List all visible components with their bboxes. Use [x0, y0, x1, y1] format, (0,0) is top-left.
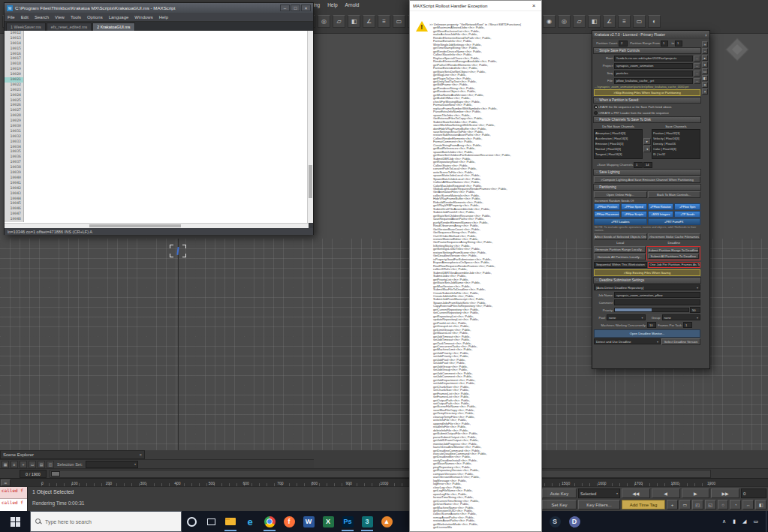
time-slider-handle[interactable]: [51, 471, 60, 476]
rollout-tool-icon[interactable]: ≡: [702, 82, 708, 88]
playback-button[interactable]: ◀◀: [622, 488, 650, 498]
close-icon[interactable]: ×: [705, 33, 707, 38]
editor-tab[interactable]: efx_reset_edited.ms: [47, 23, 92, 31]
seed-toggle-button[interactable]: +PFlow Position: [594, 203, 620, 210]
open-monitor-button[interactable]: Open Deadline Monitor...: [594, 329, 700, 338]
generate-locally-button[interactable]: Generate Partition Range Locally...: [594, 246, 646, 253]
selection-tool-icon[interactable]: ≡: [11, 461, 18, 468]
viewport-nav-button[interactable]: ↔: [742, 500, 754, 509]
dialog-title-bar[interactable]: MAXScript Rollout Handler Exception ×: [410, 1, 541, 11]
channel-item[interactable]: Velocity | Float16[3]: [653, 136, 699, 141]
taskbar-word-icon[interactable]: W: [299, 511, 318, 532]
seed-toggle-button[interactable]: +TP Seeds: [674, 211, 700, 218]
path-field[interactable]: \\smb-fs.rio.sec.edu\cyber\2019\art\proj…: [614, 56, 693, 62]
online-help-button[interactable]: Open Online Help...: [594, 191, 647, 198]
radio-leave-files[interactable]: [594, 105, 598, 109]
select-deadline-button[interactable]: Select Deadline Version: [661, 338, 700, 345]
toolbar-icon[interactable]: ◧: [588, 15, 601, 28]
channel-item[interactable]: Normal | Float16[3]: [595, 146, 641, 152]
seed-toggle-button[interactable]: +PFlow Rotation: [648, 203, 674, 210]
selection-set-dropdown[interactable]: [86, 461, 138, 468]
viewport-nav-button[interactable]: ◧: [755, 500, 766, 509]
max-menu-item[interactable]: Arnold: [342, 2, 363, 8]
loader-toggle-button[interactable]: +PRT Loaders: [594, 218, 647, 225]
start-button[interactable]: [0, 511, 30, 532]
deadline-mode-dropdown[interactable]: One Job Per Partition, Frames As Tasks: [648, 262, 701, 268]
rollout-tool-icon[interactable]: +: [702, 41, 708, 47]
channel-item[interactable]: Acceleration | Float16[3]: [595, 136, 641, 141]
auto-key-button[interactable]: Auto Key: [542, 488, 577, 498]
selected-object[interactable]: [176, 247, 179, 255]
taskbar-file-explorer-icon[interactable]: [221, 511, 240, 532]
toolbar-icon[interactable]: ◉: [543, 15, 556, 28]
minimize-button[interactable]: –: [280, 5, 290, 11]
move-left-button[interactable]: ◂: [643, 146, 651, 152]
taskbar-firefox-icon[interactable]: f: [279, 511, 299, 532]
toolbar-icon[interactable]: ∠: [363, 15, 375, 28]
viewport-nav-button[interactable]: ○: [718, 500, 729, 509]
taskbar-steam-icon[interactable]: S: [545, 511, 565, 532]
tray-icon[interactable]: ▮: [733, 518, 736, 524]
channel-item[interactable]: Density | Float16: [653, 141, 699, 146]
rollout-save-paths[interactable]: Simple Save Path Controls: [593, 47, 701, 54]
editor-tab[interactable]: 2 KrakatoaGUI.ms: [92, 23, 134, 31]
submit-to-deadline-button[interactable]: Submit All Partitions To Deadline: [648, 254, 700, 259]
selection-tool-icon[interactable]: ▭: [29, 461, 36, 468]
vertical-scrollbar[interactable]: [307, 31, 313, 223]
time-tag-button[interactable]: Add Time Tag: [622, 500, 665, 509]
toolbar-icon[interactable]: ◐: [648, 15, 661, 28]
close-icon[interactable]: ×: [139, 452, 142, 457]
map-to-field[interactable]: 14: [643, 162, 652, 168]
comment-field[interactable]: [614, 299, 700, 305]
selection-tool-icon[interactable]: ◫: [47, 461, 54, 468]
close-button[interactable]: ×: [526, 1, 541, 11]
editor-menu-item[interactable]: Help: [156, 15, 171, 20]
tray-icon[interactable]: ∧: [722, 518, 726, 524]
editor-title-bar[interactable]: M C:\Program Files\Thinkbox\Krakatoa MX\…: [5, 3, 313, 13]
skip-when-saving-toggle[interactable]: >Skip Existing Files When Saving: [594, 269, 700, 276]
editor-menu-item[interactable]: Tools: [68, 15, 84, 20]
playback-button[interactable]: ▶: [682, 488, 710, 498]
do-not-save-channels-list[interactable]: Absorption | Float16[3]Acceleration | Fl…: [594, 129, 643, 159]
seed-toggle-button[interactable]: +PFlow Speed: [621, 203, 647, 210]
rollout-channels[interactable]: Particle Channels To Save To Disk: [593, 116, 701, 123]
channel-item[interactable]: Absorption | Float16[3]: [595, 131, 641, 136]
rollout-tool-icon[interactable]: ◧: [702, 75, 708, 81]
selection-tool-icon[interactable]: ▦: [2, 461, 9, 468]
seed-toggle-button[interactable]: +MXS Integers: [648, 211, 674, 218]
toolbar-icon[interactable]: ≡: [378, 15, 390, 28]
editor-tab[interactable]: 1 WeekSaver.ms: [6, 23, 46, 31]
radio-create-loader[interactable]: [594, 111, 598, 115]
rollout-partitioning[interactable]: Partitioning: [593, 184, 701, 191]
track-bar[interactable]: ≈ 01002003004005006007008009001000110012…: [0, 478, 768, 486]
taskbar-3ds-max-icon[interactable]: 3: [357, 511, 377, 532]
selected-filter-dropdown[interactable]: Selected: [578, 488, 620, 498]
increment-stoke-toggle[interactable]: >Increment Stoke Cache Filenames: [648, 233, 701, 240]
playback-button[interactable]: ◀: [652, 488, 680, 498]
editor-menu-item[interactable]: View: [52, 15, 68, 20]
path-field[interactable]: particles: [614, 71, 693, 77]
taskbar-edge-icon[interactable]: e: [240, 511, 260, 532]
scrollbar-thumb[interactable]: [89, 224, 181, 227]
back-to-main-button[interactable]: Back To Main Controls...: [648, 191, 701, 198]
selection-tool-icon[interactable]: ▤: [38, 461, 45, 468]
editor-menu-item[interactable]: Windows: [131, 15, 155, 20]
rollout-lighting[interactable]: Save Lighting: [593, 169, 701, 176]
move-right-button[interactable]: ▸: [643, 138, 651, 145]
repository-dropdown[interactable]: [Auto-Detect Deadline Repository]: [594, 284, 700, 290]
seed-toggle-button[interactable]: +PFlow Scripts: [621, 211, 647, 218]
toolbar-icon[interactable]: ▭: [633, 15, 646, 28]
save-channels-list[interactable]: Position | Float32[3]Velocity | Float16[…: [652, 129, 700, 159]
taskbar-task-view-icon[interactable]: [201, 511, 221, 532]
group-dropdown[interactable]: none: [662, 314, 701, 320]
map-from-field[interactable]: 1: [634, 162, 643, 168]
toolbar-icon[interactable]: ▭: [393, 15, 405, 28]
channel-item[interactable]: Position | Float32[3]: [653, 131, 699, 136]
editor-menu-item[interactable]: Edit: [18, 15, 32, 20]
toolbar-icon[interactable]: ◎: [558, 15, 571, 28]
rollout-tool-icon[interactable]: ×: [702, 89, 708, 95]
mini-curve-editor-button[interactable]: ≈: [1, 479, 11, 486]
path-field[interactable]: synapsis_zoom_animation: [614, 63, 693, 69]
frames-per-task-field[interactable]: 1: [683, 322, 692, 328]
skip-existing-toggle[interactable]: >Skip Existing Files When Saving or Part…: [594, 89, 700, 96]
